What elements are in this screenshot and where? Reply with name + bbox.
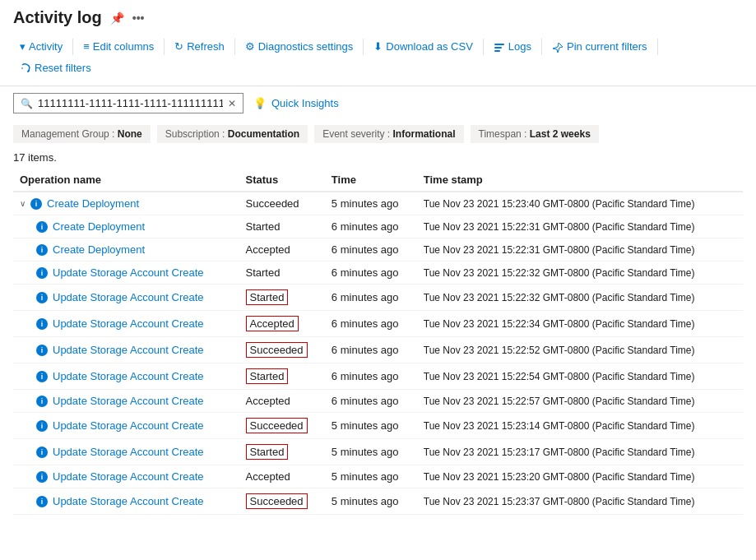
quick-insights-btn[interactable]: 💡 Quick Insights: [253, 97, 339, 109]
diagnostics-label: Diagnostics settings: [258, 40, 354, 53]
op-name-wrapper: iUpdate Storage Account Create: [20, 266, 233, 279]
table-row[interactable]: iUpdate Storage Account CreateStarted5 m…: [13, 439, 743, 465]
operation-name[interactable]: Update Storage Account Create: [53, 291, 204, 303]
time-cell: 5 minutes ago: [325, 488, 417, 515]
table-header: Operation nameStatusTimeTime stamp: [13, 167, 743, 192]
table-row[interactable]: iUpdate Storage Account CreateAccepted5 …: [13, 465, 743, 488]
operation-name[interactable]: Update Storage Account Create: [53, 446, 204, 458]
filter-chips: Management Group : NoneSubscription : Do…: [0, 120, 756, 148]
operation-name[interactable]: Update Storage Account Create: [53, 470, 204, 483]
toolbar-diagnostics[interactable]: ⚙ Diagnostics settings: [239, 37, 360, 56]
operation-name[interactable]: Update Storage Account Create: [53, 419, 204, 432]
operation-name[interactable]: Create Deployment: [53, 220, 145, 233]
toolbar-edit-columns[interactable]: ≡ Edit columns: [77, 37, 160, 56]
table-body: ∨iCreate DeploymentSucceeded5 minutes ag…: [13, 192, 743, 515]
logs-icon: [494, 40, 505, 53]
table-row[interactable]: ∨iCreate DeploymentSucceeded5 minutes ag…: [13, 192, 743, 215]
search-input[interactable]: [38, 97, 223, 109]
op-name-wrapper: iUpdate Storage Account Create: [20, 470, 233, 483]
pin-icon[interactable]: 📌: [109, 10, 126, 26]
status-cell: Started: [239, 285, 325, 311]
status-badge: Succeeded: [246, 493, 308, 509]
table-row[interactable]: iUpdate Storage Account CreateSucceeded5…: [13, 413, 743, 439]
table-row[interactable]: iUpdate Storage Account CreateAccepted6 …: [13, 390, 743, 413]
quick-insights-label: Quick Insights: [271, 97, 339, 109]
time-cell: 6 minutes ago: [325, 215, 417, 238]
search-box[interactable]: 🔍 ✕: [13, 93, 243, 113]
operation-name[interactable]: Update Storage Account Create: [53, 395, 204, 407]
svg-rect-1: [494, 47, 502, 49]
operation-name[interactable]: Update Storage Account Create: [53, 266, 204, 279]
filter-chip[interactable]: Event severity : Informational: [314, 125, 463, 143]
expand-icon[interactable]: ∨: [20, 199, 26, 208]
info-icon: i: [36, 345, 48, 356]
time-cell: 5 minutes ago: [325, 465, 417, 488]
more-icon[interactable]: •••: [131, 10, 146, 26]
sep3: [234, 39, 235, 55]
sep4: [363, 39, 364, 55]
status-cell: Started: [239, 215, 325, 238]
filter-chip[interactable]: Timespan : Last 2 weeks: [471, 125, 599, 143]
table-row[interactable]: iUpdate Storage Account CreateAccepted6 …: [13, 311, 743, 337]
table-row[interactable]: iCreate DeploymentAccepted6 minutes agoT…: [13, 238, 743, 261]
operation-name[interactable]: Update Storage Account Create: [53, 344, 204, 356]
bulb-icon: 💡: [253, 97, 267, 109]
op-name-cell: iUpdate Storage Account Create: [13, 488, 239, 515]
item-count: 17 items.: [13, 151, 57, 164]
time-cell: 6 minutes ago: [325, 285, 417, 311]
activity-table: Operation nameStatusTimeTime stamp ∨iCre…: [13, 167, 743, 515]
toolbar-pin-filters[interactable]: Pin current filters: [545, 37, 654, 57]
status-text: Succeeded: [246, 197, 299, 210]
diagnostics-icon: ⚙: [245, 40, 255, 53]
time-cell: 6 minutes ago: [325, 363, 417, 390]
info-icon: i: [36, 496, 48, 507]
table-row[interactable]: iUpdate Storage Account CreateSucceeded5…: [13, 488, 743, 515]
toolbar-logs[interactable]: Logs: [487, 37, 538, 57]
filter-chip[interactable]: Subscription : Documentation: [157, 125, 308, 143]
operation-name[interactable]: Create Deployment: [47, 197, 139, 210]
status-badge: Accepted: [246, 316, 299, 331]
info-icon: i: [36, 221, 48, 233]
filter-chip[interactable]: Management Group : None: [13, 125, 151, 143]
status-cell: Succeeded: [239, 192, 325, 215]
column-header: Status: [239, 167, 325, 192]
sep7: [657, 39, 658, 55]
op-name-cell: iUpdate Storage Account Create: [13, 390, 239, 413]
table-row[interactable]: iUpdate Storage Account CreateStarted6 m…: [13, 363, 743, 390]
status-text: Started: [246, 266, 281, 279]
op-name-cell: iCreate Deployment: [13, 238, 239, 261]
operation-name[interactable]: Update Storage Account Create: [53, 370, 204, 382]
logs-label: Logs: [508, 40, 531, 53]
toolbar-refresh[interactable]: ↻ Refresh: [168, 37, 231, 56]
operation-name[interactable]: Update Storage Account Create: [53, 495, 204, 507]
status-badge: Started: [246, 444, 289, 460]
timestamp-cell: Tue Nov 23 2021 15:22:54 GMT-0800 (Pacif…: [417, 363, 743, 390]
operation-name[interactable]: Create Deployment: [53, 243, 145, 256]
clear-icon[interactable]: ✕: [228, 98, 236, 109]
status-text: Accepted: [246, 395, 290, 407]
chevron-down-icon: ▾: [20, 40, 26, 53]
toolbar-activity[interactable]: ▾ Activity: [13, 37, 69, 56]
timestamp-cell: Tue Nov 23 2021 15:22:32 GMT-0800 (Pacif…: [417, 261, 743, 285]
timestamp-cell: Tue Nov 23 2021 15:22:52 GMT-0800 (Pacif…: [417, 337, 743, 363]
timestamp-cell: Tue Nov 23 2021 15:23:40 GMT-0800 (Pacif…: [417, 192, 743, 215]
status-cell: Accepted: [239, 311, 325, 337]
toolbar-download[interactable]: ⬇ Download as CSV: [367, 37, 480, 56]
toolbar-reset-filters[interactable]: Reset filters: [13, 58, 98, 78]
op-name-wrapper: iUpdate Storage Account Create: [20, 291, 233, 303]
time-cell: 5 minutes ago: [325, 439, 417, 465]
op-name-cell: ∨iCreate Deployment: [13, 192, 239, 215]
info-icon: i: [30, 198, 42, 210]
table-row[interactable]: iUpdate Storage Account CreateStarted6 m…: [13, 285, 743, 311]
op-name-cell: iUpdate Storage Account Create: [13, 311, 239, 337]
table-row[interactable]: iCreate DeploymentStarted6 minutes agoTu…: [13, 215, 743, 238]
timestamp-cell: Tue Nov 23 2021 15:23:14 GMT-0800 (Pacif…: [417, 413, 743, 439]
refresh-label: Refresh: [187, 40, 225, 53]
status-badge: Started: [246, 289, 289, 305]
info-icon: i: [36, 292, 48, 303]
table-row[interactable]: iUpdate Storage Account CreateStarted6 m…: [13, 261, 743, 285]
page-title-text: Activity log: [13, 8, 102, 27]
operation-name[interactable]: Update Storage Account Create: [53, 317, 204, 330]
sep2: [164, 39, 165, 55]
table-row[interactable]: iUpdate Storage Account CreateSucceeded6…: [13, 337, 743, 363]
